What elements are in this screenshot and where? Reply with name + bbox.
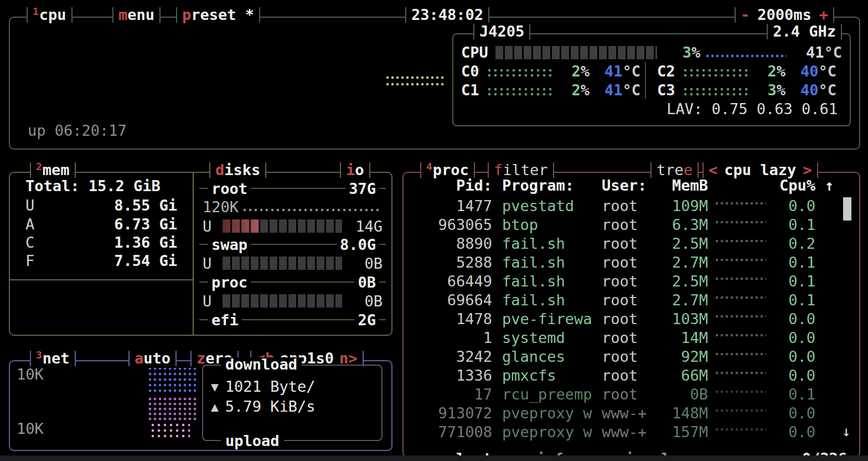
disk-used-label: U (203, 293, 223, 310)
process-row[interactable]: 8890fail.shroot2.5M0.2 (404, 234, 859, 253)
tree-button[interactable]: tree (650, 162, 699, 178)
mem-hotkey-number: 2 (36, 159, 42, 175)
mem-row-cached: C 1.36 Gi (10, 233, 194, 252)
upload-speed-row: ▲ 5.79 KiB/s (211, 398, 315, 415)
core-temp: 41°C (590, 81, 640, 99)
process-row[interactable]: 1478pve-firewaroot103M0.0 (404, 309, 859, 328)
proc-panel-title[interactable]: 4proc (420, 162, 475, 178)
process-row[interactable]: 3242glancesroot92M0.0 (404, 347, 859, 366)
tree-label: tre (657, 162, 684, 178)
process-row[interactable]: 66449fail.shroot2.5M0.1 (404, 272, 859, 290)
proc-cpu-graph (715, 334, 766, 338)
disk-size: 8.0G (337, 236, 379, 253)
net-scale-top: 10K (17, 366, 44, 383)
mem-row-label: F (25, 252, 48, 270)
disk-free-value: 120K (203, 198, 239, 216)
clock-value: 23:48:02 (411, 7, 483, 23)
header-program[interactable]: Program: (501, 177, 602, 194)
uptime-text: up 06:20:17 (28, 122, 127, 139)
core-usage-graph (488, 88, 554, 98)
mem-row-label: C (25, 233, 48, 252)
disk-used-value: 0B (342, 255, 383, 272)
mem-panel-title[interactable]: 2mem (30, 162, 76, 178)
disk-swap-used-row: U 0B (194, 254, 391, 272)
process-row[interactable]: 1systemdroot14M0.0 (404, 328, 859, 347)
cpu-title-label: cpu (39, 7, 66, 23)
net-panel: 3net auto zero <b enp1s0 n> 10K 10K down… (9, 360, 392, 451)
scroll-up-icon[interactable]: ↑ (815, 177, 843, 194)
mem-section-divider (10, 279, 193, 280)
disk-proc-header[interactable]: proc 0B (194, 273, 391, 291)
core-label: C1 (461, 81, 488, 99)
interval-decrease-button[interactable]: - (741, 7, 750, 23)
header-user[interactable]: User: (602, 177, 657, 194)
net-auto-button[interactable]: auto (128, 351, 177, 366)
disk-efi-header[interactable]: efi 2G (194, 311, 391, 329)
tree-hotkey: e (684, 162, 693, 178)
mem-available-graph (48, 221, 114, 230)
btop-terminal: 1cpu menu preset * 23:48:02 - 2000ms + u… (0, 0, 868, 461)
process-row[interactable]: 69664fail.shroot2.7M0.1 (404, 290, 859, 309)
proc-cpu-graph (715, 221, 766, 225)
header-pid[interactable]: Pid: (411, 177, 492, 194)
header-mem[interactable]: MemB (657, 177, 708, 194)
core-label: C2 (657, 63, 684, 80)
net-upload-graph-tail (151, 423, 190, 440)
process-row[interactable]: 5288fail.shroot2.7M0.1 (404, 253, 859, 272)
mem-free-graph (48, 258, 114, 267)
mem-cached-graph (48, 239, 114, 249)
auto-hotkey: a (135, 351, 143, 366)
disk-used-label: U (203, 218, 223, 235)
disk-used-label: U (203, 255, 223, 272)
preset-button[interactable]: preset * (176, 7, 260, 23)
process-row[interactable]: 771008pveproxy wwww-+157M0.0 (404, 422, 859, 441)
auto-label: uto (143, 351, 170, 366)
proc-cpu-graph (715, 202, 766, 206)
core-label: C3 (657, 81, 684, 99)
iface-next-button[interactable]: n> (339, 351, 358, 366)
mem-used-graph (48, 202, 114, 212)
disk-used-value: 0B (342, 293, 383, 310)
net-scale-bottom: 10K (17, 420, 44, 437)
net-panel-title[interactable]: 3net (30, 351, 76, 366)
disk-root-header[interactable]: root 37G (194, 180, 391, 197)
sort-prev-button[interactable]: < (709, 162, 717, 178)
cpu-total-row: CPU 3% 41°C (453, 43, 850, 62)
disk-root-free-row: 120K (194, 198, 391, 216)
interval-value: 2000ms (757, 7, 812, 23)
filter-label: ilter (503, 162, 547, 178)
zero-hotkey: z (197, 351, 205, 366)
scroll-down-icon[interactable]: ↓ (842, 423, 850, 439)
interval-increase-button[interactable]: + (819, 7, 828, 23)
process-row[interactable]: 1336pmxcfsroot66M0.0 (404, 366, 859, 385)
mem-row-available: A 6.73 Gi (10, 215, 194, 233)
sort-control: < cpu lazy > (702, 162, 818, 178)
cpu-panel: 1cpu menu preset * 23:48:02 - 2000ms + u… (9, 17, 860, 150)
sort-next-button[interactable]: > (803, 162, 812, 178)
process-row[interactable]: 17rcu_preemproot0B0.1 (404, 385, 859, 403)
core-temp: 40°C (786, 63, 836, 80)
filter-button[interactable]: filter (488, 162, 554, 178)
preset-hotkey: p (182, 7, 191, 23)
core-temp: 41°C (590, 63, 640, 80)
cpu-panel-title[interactable]: 1cpu (27, 7, 73, 23)
cpu-total-percent: 3% (657, 44, 700, 61)
disk-swap-used-meter (223, 257, 342, 270)
download-speed-row: ▼ 1021 Byte/ (211, 378, 315, 395)
process-row[interactable]: 963065btoproot6.3M0.1 (404, 215, 859, 234)
disk-size: 37G (345, 180, 379, 197)
mem-row-used: U 8.55 Gi (10, 196, 194, 214)
cpu-usage-graph (386, 75, 446, 89)
header-cpu[interactable]: Cpu% (773, 177, 815, 194)
scrollbar-thumb[interactable] (843, 197, 851, 221)
menu-label: enu (127, 7, 154, 23)
download-speed-value: 1021 Byte/ (225, 378, 316, 395)
disk-swap-header[interactable]: swap 8.0G (194, 235, 391, 253)
menu-button[interactable]: menu (112, 7, 161, 23)
proc-cpu-graph (715, 296, 766, 300)
cpu-frequency: 2.4 GHz (767, 24, 842, 39)
process-row[interactable]: 913072pveproxy wwww-+148M0.0 (404, 403, 859, 422)
process-row[interactable]: 1477pvestatdroot109M0.0 (404, 196, 859, 215)
core-column-divider (645, 62, 646, 99)
proc-header-row: Pid: Program: User: MemB Cpu% ↑ (404, 176, 859, 194)
